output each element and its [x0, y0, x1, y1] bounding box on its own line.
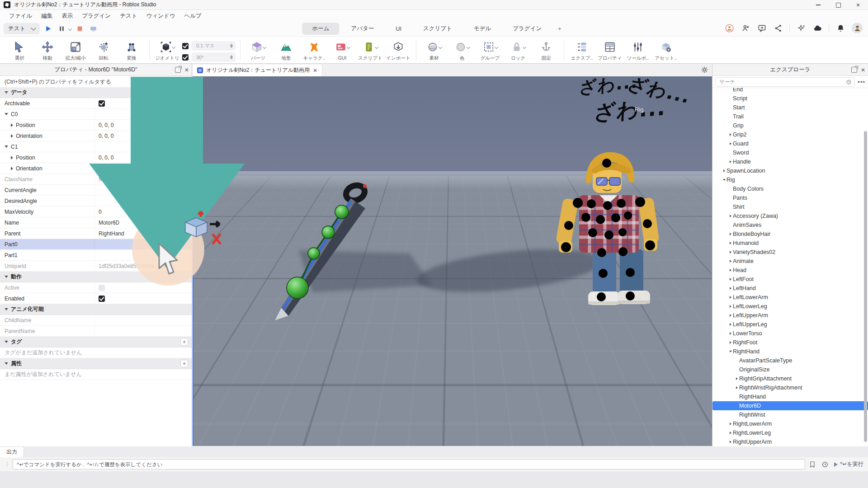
tool-move[interactable]: 移動: [34, 39, 61, 61]
explorer-scrollbar[interactable]: [864, 131, 867, 442]
ribbon-tab-0[interactable]: ホーム: [302, 23, 339, 35]
search-history-icon[interactable]: [846, 79, 852, 85]
close-panel-icon[interactable]: ✕: [861, 67, 865, 73]
tool-color[interactable]: 色: [449, 39, 475, 61]
tool-transform[interactable]: 変換: [118, 39, 145, 61]
snap-checkbox[interactable]: [182, 54, 189, 61]
tool-material[interactable]: 素材: [421, 39, 447, 61]
expander-icon[interactable]: [728, 160, 733, 163]
tool-geometry[interactable]: ジオメトリ: [154, 39, 180, 61]
tree-item-VarietyShades02[interactable]: VarietyShades02: [712, 248, 868, 257]
menu-item-1[interactable]: 編集: [37, 11, 57, 21]
tool-scale[interactable]: 拡大/縮小: [62, 39, 89, 61]
tree-item-LeftUpperArm[interactable]: LeftUpperArm: [712, 311, 868, 320]
close-panel-icon[interactable]: ✕: [184, 67, 189, 73]
checkbox-checked-icon[interactable]: [99, 100, 105, 107]
character-rig[interactable]: [556, 152, 660, 305]
popout-icon[interactable]: [175, 67, 181, 73]
tree-item-Shirt[interactable]: Shirt: [712, 202, 868, 211]
tool-toolbox[interactable]: ツールボ..: [625, 39, 651, 61]
explorer-more-icon[interactable]: •••: [858, 79, 865, 85]
tool-character[interactable]: キャラク..: [301, 39, 327, 61]
expander-icon[interactable]: [728, 305, 733, 308]
tab-close-icon[interactable]: ✕: [313, 68, 317, 73]
expander-icon[interactable]: [728, 432, 733, 434]
expander-icon[interactable]: [728, 251, 733, 253]
expander-icon[interactable]: [728, 287, 733, 290]
properties-filter-input[interactable]: [4, 78, 182, 85]
property-row-データ[interactable]: データ: [0, 87, 192, 98]
tree-item-Trail[interactable]: 1Trail: [712, 112, 868, 121]
snap-field[interactable]: 30°: [191, 52, 236, 62]
expander-icon[interactable]: [728, 278, 733, 281]
property-row-ClassName[interactable]: ClassNameMotor6D: [0, 174, 192, 185]
tree-item-Humanoid[interactable]: Humanoid: [712, 239, 868, 248]
expander-icon[interactable]: [728, 341, 733, 344]
stepper[interactable]: [230, 55, 233, 59]
notifications-icon[interactable]: [835, 23, 845, 33]
property-row-CurrentAngle[interactable]: CurrentAngle: [0, 185, 192, 196]
snap-checkbox[interactable]: [182, 43, 189, 49]
property-row-Position[interactable]: Position0, 0, 0: [0, 152, 192, 163]
tree-item-Pants[interactable]: Pants: [712, 193, 868, 202]
expander-icon[interactable]: [728, 422, 733, 425]
property-row-Position[interactable]: Position0, 0, 0: [0, 120, 192, 131]
tool-gui[interactable]: GUI: [329, 39, 355, 61]
add-collaborator-icon[interactable]: [741, 23, 750, 33]
expander-icon[interactable]: [728, 441, 733, 443]
tool-explorerpanel[interactable]: エクスプ..: [569, 39, 595, 61]
expand-triangle-icon[interactable]: [11, 134, 13, 138]
menu-item-6[interactable]: ヘルプ: [180, 11, 206, 21]
tree-item-RightFoot[interactable]: RightFoot: [712, 338, 868, 347]
ribbon-tab-2[interactable]: UI: [386, 23, 411, 34]
close-button[interactable]: ✕: [848, 0, 868, 10]
tree-item-BlondeBoyHair[interactable]: BlondeBoyHair: [712, 230, 868, 239]
tree-item-RightGripAttachment[interactable]: RightGripAttachment: [712, 374, 868, 383]
ribbon-tab-4[interactable]: モデル: [464, 23, 501, 35]
property-row-C1[interactable]: C1: [0, 141, 192, 152]
tree-item-Head[interactable]: Head: [712, 266, 868, 275]
tool-part[interactable]: パーツ: [245, 39, 271, 61]
tree-item-Sword[interactable]: Sword: [712, 148, 868, 157]
menu-item-0[interactable]: ファイル: [5, 11, 37, 21]
tree-item-Script[interactable]: Script: [712, 94, 868, 103]
popout-icon[interactable]: [851, 67, 857, 73]
property-row-タグ[interactable]: タグ+: [0, 337, 192, 347]
checkbox-checked-icon[interactable]: [99, 296, 105, 302]
expander-icon[interactable]: [728, 332, 733, 335]
stepper[interactable]: [230, 44, 233, 48]
step-up-icon[interactable]: [230, 55, 233, 57]
tree-item-AnimSaves[interactable]: AnimSaves: [712, 221, 868, 230]
tree-item-Handle[interactable]: Handle: [712, 157, 868, 166]
tree-item-Animate[interactable]: Animate: [712, 257, 868, 266]
property-row-Orientation[interactable]: Orientation0, 0, 0: [0, 163, 192, 174]
maximize-button[interactable]: [828, 0, 848, 10]
tool-assets[interactable]: アセット..: [653, 39, 679, 61]
tree-item-OriginalSize[interactable]: OriginalSize: [712, 365, 868, 374]
stop-button[interactable]: [74, 23, 85, 34]
tool-group[interactable]: グループ: [477, 39, 503, 61]
history-icon[interactable]: [821, 461, 829, 468]
test-mode-dropdown[interactable]: テスト: [4, 23, 40, 34]
menu-item-2[interactable]: 表示: [57, 11, 77, 21]
pause-options-chevron-icon[interactable]: [68, 27, 72, 30]
tree-item-RightLowerLeg[interactable]: RightLowerLeg: [712, 428, 868, 437]
collapse-triangle-icon[interactable]: [5, 91, 8, 94]
expander-icon[interactable]: [728, 242, 733, 244]
add-button[interactable]: +: [180, 360, 188, 367]
3d-scene[interactable]: ざわ... ざわ... ざわ... Rig: [193, 76, 712, 446]
tree-item-LeftLowerArm[interactable]: LeftLowerArm: [712, 293, 868, 302]
step-down-icon[interactable]: [230, 57, 233, 59]
expander-icon[interactable]: [728, 296, 733, 299]
tree-item-RightLowerArm[interactable]: RightLowerArm: [712, 419, 868, 428]
tree-item-End[interactable]: End: [712, 88, 868, 94]
collapse-triangle-icon[interactable]: [5, 341, 8, 343]
expander-icon[interactable]: [728, 233, 733, 235]
step-down-icon[interactable]: [230, 46, 233, 48]
expander-icon[interactable]: [728, 133, 733, 136]
ribbon-tab-6[interactable]: +: [553, 23, 566, 34]
expander-icon[interactable]: [728, 260, 733, 263]
tool-import[interactable]: インポート: [385, 39, 411, 61]
tool-cursor[interactable]: 選択: [6, 39, 33, 61]
expand-triangle-icon[interactable]: [11, 156, 13, 160]
